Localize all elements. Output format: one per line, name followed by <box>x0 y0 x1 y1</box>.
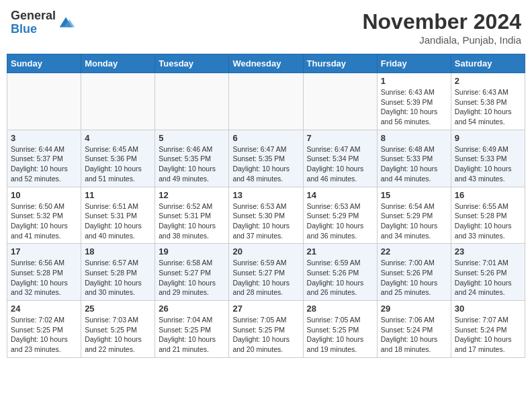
calendar-week-2: 3Sunrise: 6:44 AM Sunset: 5:37 PM Daylig… <box>7 130 525 187</box>
day-info: Sunrise: 6:51 AM Sunset: 5:31 PM Dayligh… <box>85 201 151 241</box>
calendar-cell: 27Sunrise: 7:05 AM Sunset: 5:25 PM Dayli… <box>229 301 303 358</box>
day-info: Sunrise: 7:04 AM Sunset: 5:25 PM Dayligh… <box>159 315 225 355</box>
day-number: 15 <box>381 190 447 200</box>
weekday-header-wednesday: Wednesday <box>229 54 303 73</box>
calendar-week-1: 1Sunrise: 6:43 AM Sunset: 5:39 PM Daylig… <box>7 73 525 130</box>
day-info: Sunrise: 6:54 AM Sunset: 5:29 PM Dayligh… <box>381 201 447 241</box>
calendar-week-3: 10Sunrise: 6:50 AM Sunset: 5:32 PM Dayli… <box>7 187 525 244</box>
calendar-cell: 18Sunrise: 6:57 AM Sunset: 5:28 PM Dayli… <box>81 244 155 301</box>
weekday-header-sunday: Sunday <box>7 54 81 73</box>
day-number: 4 <box>85 133 151 143</box>
calendar-cell <box>229 73 303 130</box>
calendar-cell: 7Sunrise: 6:47 AM Sunset: 5:34 PM Daylig… <box>303 130 377 187</box>
day-info: Sunrise: 6:53 AM Sunset: 5:30 PM Dayligh… <box>232 201 299 241</box>
day-number: 13 <box>232 190 299 200</box>
day-number: 27 <box>232 304 299 314</box>
day-number: 7 <box>307 133 373 143</box>
day-info: Sunrise: 6:56 AM Sunset: 5:28 PM Dayligh… <box>11 258 77 298</box>
day-number: 30 <box>455 304 521 314</box>
calendar-cell: 24Sunrise: 7:02 AM Sunset: 5:25 PM Dayli… <box>7 301 81 358</box>
calendar-cell: 25Sunrise: 7:03 AM Sunset: 5:25 PM Dayli… <box>81 301 155 358</box>
day-info: Sunrise: 7:07 AM Sunset: 5:24 PM Dayligh… <box>455 315 521 355</box>
calendar-cell: 4Sunrise: 6:45 AM Sunset: 5:36 PM Daylig… <box>81 130 155 187</box>
calendar-cell: 13Sunrise: 6:53 AM Sunset: 5:30 PM Dayli… <box>229 187 303 244</box>
day-number: 12 <box>159 190 225 200</box>
calendar-cell: 1Sunrise: 6:43 AM Sunset: 5:39 PM Daylig… <box>377 73 451 130</box>
title-block: November 2024 Jandiala, Punjab, India <box>362 9 521 46</box>
day-number: 1 <box>381 76 447 86</box>
day-info: Sunrise: 7:01 AM Sunset: 5:26 PM Dayligh… <box>455 258 521 298</box>
day-info: Sunrise: 6:48 AM Sunset: 5:33 PM Dayligh… <box>381 144 447 184</box>
day-info: Sunrise: 7:02 AM Sunset: 5:25 PM Dayligh… <box>11 315 77 355</box>
day-info: Sunrise: 7:05 AM Sunset: 5:25 PM Dayligh… <box>307 315 373 355</box>
calendar-cell <box>81 73 155 130</box>
calendar-cell: 3Sunrise: 6:44 AM Sunset: 5:37 PM Daylig… <box>7 130 81 187</box>
day-number: 24 <box>11 304 77 314</box>
day-number: 10 <box>11 190 77 200</box>
day-number: 14 <box>307 190 373 200</box>
day-number: 3 <box>11 133 77 143</box>
day-number: 17 <box>11 246 77 257</box>
day-info: Sunrise: 7:06 AM Sunset: 5:24 PM Dayligh… <box>381 315 447 355</box>
calendar-cell <box>303 73 377 130</box>
calendar-week-4: 17Sunrise: 6:56 AM Sunset: 5:28 PM Dayli… <box>7 244 525 301</box>
calendar-cell: 28Sunrise: 7:05 AM Sunset: 5:25 PM Dayli… <box>303 301 377 358</box>
calendar-cell <box>7 73 81 130</box>
calendar-cell: 11Sunrise: 6:51 AM Sunset: 5:31 PM Dayli… <box>81 187 155 244</box>
day-info: Sunrise: 6:59 AM Sunset: 5:26 PM Dayligh… <box>307 258 373 298</box>
day-info: Sunrise: 7:03 AM Sunset: 5:25 PM Dayligh… <box>85 315 151 355</box>
day-info: Sunrise: 6:43 AM Sunset: 5:39 PM Dayligh… <box>381 87 447 127</box>
day-info: Sunrise: 7:00 AM Sunset: 5:26 PM Dayligh… <box>381 258 447 298</box>
day-info: Sunrise: 7:05 AM Sunset: 5:25 PM Dayligh… <box>232 315 299 355</box>
day-info: Sunrise: 6:58 AM Sunset: 5:27 PM Dayligh… <box>159 258 225 298</box>
day-info: Sunrise: 6:43 AM Sunset: 5:38 PM Dayligh… <box>455 87 521 127</box>
logo-general: General <box>11 9 56 22</box>
weekday-header-monday: Monday <box>81 54 155 73</box>
day-number: 11 <box>85 190 151 200</box>
month-title: November 2024 <box>362 9 521 34</box>
day-number: 18 <box>85 246 151 257</box>
day-number: 2 <box>455 76 521 86</box>
logo-blue: Blue <box>11 22 37 36</box>
calendar-cell: 23Sunrise: 7:01 AM Sunset: 5:26 PM Dayli… <box>451 244 525 301</box>
calendar-cell: 21Sunrise: 6:59 AM Sunset: 5:26 PM Dayli… <box>303 244 377 301</box>
day-info: Sunrise: 6:44 AM Sunset: 5:37 PM Dayligh… <box>11 144 77 184</box>
day-number: 21 <box>307 246 373 257</box>
day-number: 5 <box>159 133 225 143</box>
day-number: 23 <box>455 246 521 257</box>
day-number: 29 <box>381 304 447 314</box>
calendar-cell: 30Sunrise: 7:07 AM Sunset: 5:24 PM Dayli… <box>451 301 525 358</box>
day-info: Sunrise: 6:52 AM Sunset: 5:31 PM Dayligh… <box>159 201 225 241</box>
day-number: 16 <box>455 190 521 200</box>
day-info: Sunrise: 6:46 AM Sunset: 5:35 PM Dayligh… <box>159 144 225 184</box>
weekday-header-tuesday: Tuesday <box>155 54 229 73</box>
day-info: Sunrise: 6:45 AM Sunset: 5:36 PM Dayligh… <box>85 144 151 184</box>
day-number: 26 <box>159 304 225 314</box>
day-number: 6 <box>232 133 299 143</box>
calendar-cell: 19Sunrise: 6:58 AM Sunset: 5:27 PM Dayli… <box>155 244 229 301</box>
calendar-cell: 26Sunrise: 7:04 AM Sunset: 5:25 PM Dayli… <box>155 301 229 358</box>
day-info: Sunrise: 6:57 AM Sunset: 5:28 PM Dayligh… <box>85 258 151 298</box>
day-info: Sunrise: 6:47 AM Sunset: 5:34 PM Dayligh… <box>307 144 373 184</box>
calendar-cell: 8Sunrise: 6:48 AM Sunset: 5:33 PM Daylig… <box>377 130 451 187</box>
day-info: Sunrise: 6:49 AM Sunset: 5:33 PM Dayligh… <box>455 144 521 184</box>
calendar-cell <box>155 73 229 130</box>
calendar-cell: 20Sunrise: 6:59 AM Sunset: 5:27 PM Dayli… <box>229 244 303 301</box>
page-header: General Blue November 2024 Jandiala, Pun… <box>7 7 525 48</box>
day-info: Sunrise: 6:50 AM Sunset: 5:32 PM Dayligh… <box>11 201 77 241</box>
calendar-cell: 2Sunrise: 6:43 AM Sunset: 5:38 PM Daylig… <box>451 73 525 130</box>
day-number: 8 <box>381 133 447 143</box>
day-number: 25 <box>85 304 151 314</box>
calendar-cell: 16Sunrise: 6:55 AM Sunset: 5:28 PM Dayli… <box>451 187 525 244</box>
weekday-header-row: SundayMondayTuesdayWednesdayThursdayFrid… <box>7 54 525 73</box>
calendar-week-5: 24Sunrise: 7:02 AM Sunset: 5:25 PM Dayli… <box>7 301 525 358</box>
day-info: Sunrise: 6:59 AM Sunset: 5:27 PM Dayligh… <box>232 258 299 298</box>
calendar-table: SundayMondayTuesdayWednesdayThursdayFrid… <box>7 54 525 358</box>
logo-icon <box>57 13 76 32</box>
calendar-cell: 6Sunrise: 6:47 AM Sunset: 5:35 PM Daylig… <box>229 130 303 187</box>
calendar-cell: 17Sunrise: 6:56 AM Sunset: 5:28 PM Dayli… <box>7 244 81 301</box>
day-number: 9 <box>455 133 521 143</box>
day-number: 19 <box>159 246 225 257</box>
calendar-cell: 29Sunrise: 7:06 AM Sunset: 5:24 PM Dayli… <box>377 301 451 358</box>
logo: General Blue <box>11 9 76 36</box>
